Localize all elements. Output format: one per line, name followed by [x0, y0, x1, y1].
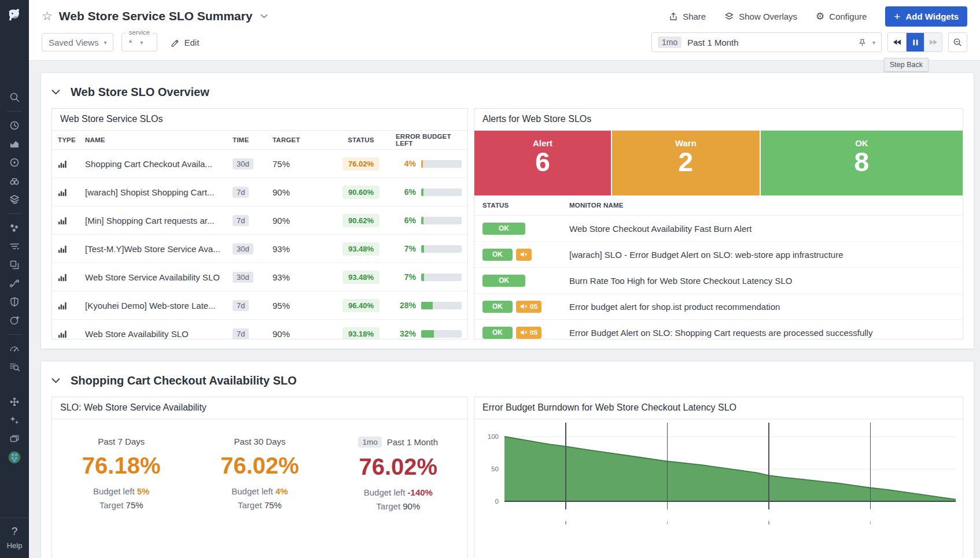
configure-button[interactable]: ⚙ Configure [816, 10, 867, 23]
error-budget-burndown-widget: Error Budget Burndown for Web Store Chec… [474, 397, 963, 558]
saved-views-label: Saved Views [49, 38, 98, 47]
step-back-button[interactable] [888, 33, 906, 51]
edit-label: Edit [184, 38, 199, 47]
monitor-row[interactable]: OK 0S Error Budget Alert on SLO: Shoppin… [474, 319, 963, 339]
slo-table-row[interactable]: [Min] Shopping Cart requests ar... 7d 90… [52, 206, 467, 235]
slo-table-row[interactable]: [warach] Shopist Shopping Cart... 7d 90%… [52, 178, 467, 206]
error-budget-bar-fill [421, 189, 423, 196]
chevron-down-icon[interactable]: ▾ [872, 39, 875, 46]
slo-table-row[interactable]: [Test-M.Y]Web Store Service Ava... 30d 9… [52, 235, 467, 263]
slo-target-value: 93% [272, 244, 326, 254]
pin-icon[interactable] [858, 38, 867, 47]
section-collapse-chevron-icon[interactable] [51, 90, 60, 95]
slo-name[interactable]: Web Store Service Availability SLO [85, 272, 233, 282]
alert-status-block[interactable]: OK 8 [761, 131, 963, 195]
slo-stat-column: 1mo Past 1 Month 76.02% Budget left -140… [329, 437, 467, 511]
watchdog-icon[interactable] [0, 153, 29, 172]
apm-icon[interactable] [0, 172, 29, 190]
col-monitor-status: STATUS [482, 202, 569, 209]
chevron-down-icon: ▾ [140, 39, 143, 46]
favorite-star-icon[interactable]: ☆ [42, 9, 53, 23]
slo-name[interactable]: Web Store Availability SLO [85, 329, 233, 339]
dashboards-icon[interactable] [0, 256, 29, 274]
monitor-row[interactable]: OK Web Store Checkout Availability Fast … [474, 215, 963, 241]
metrics-icon[interactable] [0, 135, 29, 153]
history-icon[interactable] [0, 116, 29, 135]
y-axis-tick-label: 100 [478, 432, 499, 441]
show-overlays-button[interactable]: Show Overlays [724, 12, 797, 21]
monitor-row[interactable]: OK Burn Rate Too High for Web Store Chec… [474, 267, 963, 293]
section-collapse-chevron-icon[interactable] [51, 378, 60, 383]
datadog-logo-icon[interactable] [5, 5, 24, 30]
slo-summary-stats: Past 7 Days 76.18% Budget left 5% Target… [52, 419, 467, 511]
chart-title: Error Budget Burndown for Web Store Chec… [474, 397, 963, 419]
event-marker-line [768, 423, 769, 509]
service-map-icon[interactable] [0, 274, 29, 293]
time-window-badge: 1mo [358, 437, 381, 448]
monitor-name[interactable]: Web Store Checkout Availability Fast Bur… [569, 224, 955, 234]
rum-icon[interactable] [0, 339, 29, 358]
slo-name[interactable]: Shopping Cart Checkout Availa... [85, 159, 233, 169]
mute-duration-label: 0S [530, 303, 537, 310]
service-filter-dropdown[interactable]: service * ▾ [121, 33, 157, 51]
security-icon[interactable] [0, 293, 29, 311]
monitor-name[interactable]: [warach] SLO - Error Budget Alert on SLO… [569, 250, 955, 260]
slo-name[interactable]: [warach] Shopist Shopping Cart... [85, 187, 233, 197]
monitor-mute-badge: 0S [516, 327, 541, 339]
chart-plot-area[interactable] [504, 432, 956, 506]
slo-name[interactable]: [Kyouhei Demo] Web-store Late... [85, 301, 233, 311]
saved-views-dropdown[interactable]: Saved Views ▾ [42, 33, 113, 51]
monitor-name[interactable]: Burn Rate Too High for Web Store Checkou… [569, 276, 955, 286]
slo-table-row[interactable]: [Kyouhei Demo] Web-store Late... 7d 95% … [52, 291, 467, 320]
slo-table-row[interactable]: Web Store Service Availability SLO 30d 9… [52, 263, 467, 291]
integrations-icon[interactable] [0, 393, 29, 411]
share-button[interactable]: Share [669, 12, 706, 21]
bits-ai-icon[interactable] [0, 411, 29, 430]
slo-time-window-badge: 30d [233, 158, 253, 169]
edit-button[interactable]: Edit [170, 38, 199, 47]
processes-icon[interactable] [0, 219, 29, 237]
bar-chart-type-icon [58, 301, 85, 310]
help-section[interactable]: ? Help [0, 518, 29, 558]
slo-time-window-badge: 7d [233, 328, 249, 339]
user-avatar-icon[interactable] [0, 448, 29, 467]
alert-status-block[interactable]: Warn 2 [612, 131, 760, 195]
stat-status-value: 76.02% [190, 453, 329, 479]
alert-status-block[interactable]: Alert 6 [474, 131, 611, 195]
event-marker-line [565, 423, 566, 509]
slo-table-row[interactable]: Shopping Cart Checkout Availa... 30d 75%… [52, 150, 467, 178]
burndown-area-chart[interactable]: 050100 [478, 422, 960, 537]
synthetics-icon[interactable] [0, 311, 29, 330]
dashboard-header: ☆ Web Store Service SLO Summary Share Sh… [29, 0, 980, 61]
monitor-name[interactable]: Error Budget Alert on SLO: Shopping Cart… [569, 328, 955, 338]
app-sidebar: ? Help [0, 0, 29, 558]
help-icon[interactable]: ? [0, 525, 29, 538]
time-range-selector[interactable]: 1mo Past 1 Month ▾ [651, 32, 882, 52]
slo-time-window-badge: 7d [233, 187, 249, 198]
help-label[interactable]: Help [0, 541, 29, 550]
workspaces-icon[interactable] [0, 430, 29, 448]
log-explorer-icon[interactable] [0, 358, 29, 376]
error-budget-percent: 6% [404, 187, 416, 197]
infrastructure-icon[interactable] [0, 190, 29, 209]
zoom-out-button[interactable] [948, 32, 967, 52]
search-icon[interactable] [0, 88, 29, 106]
error-budget-bar-fill [421, 217, 423, 224]
monitor-row[interactable]: OK 0S Error budget alert for shop.ist pr… [474, 293, 963, 319]
monitor-row[interactable]: OK [warach] SLO - Error Budget Alert on … [474, 241, 963, 267]
section-shopping-cart-checkout-slo: Shopping Cart Checkout Availability SLO … [40, 361, 974, 558]
logs-icon[interactable] [0, 237, 29, 256]
step-forward-button[interactable] [924, 33, 942, 51]
error-budget-bar [421, 160, 462, 168]
stat-period-label: Past 30 Days [234, 437, 285, 446]
monitor-name[interactable]: Error budget alert for shop.ist product … [569, 302, 955, 312]
slo-name[interactable]: [Min] Shopping Cart requests ar... [85, 216, 233, 226]
slo-table-row[interactable]: Web Store Availability SLO 7d 90% 93.18%… [52, 320, 467, 339]
error-budget-percent: 7% [404, 244, 416, 253]
add-widgets-button[interactable]: + Add Widgets [885, 6, 967, 27]
time-range-label: Past 1 Month [687, 38, 852, 47]
alert-block-count: 6 [535, 148, 550, 176]
title-chevron-down-icon[interactable] [260, 14, 268, 19]
pause-button[interactable] [906, 33, 924, 51]
slo-name[interactable]: [Test-M.Y]Web Store Service Ava... [85, 244, 233, 254]
